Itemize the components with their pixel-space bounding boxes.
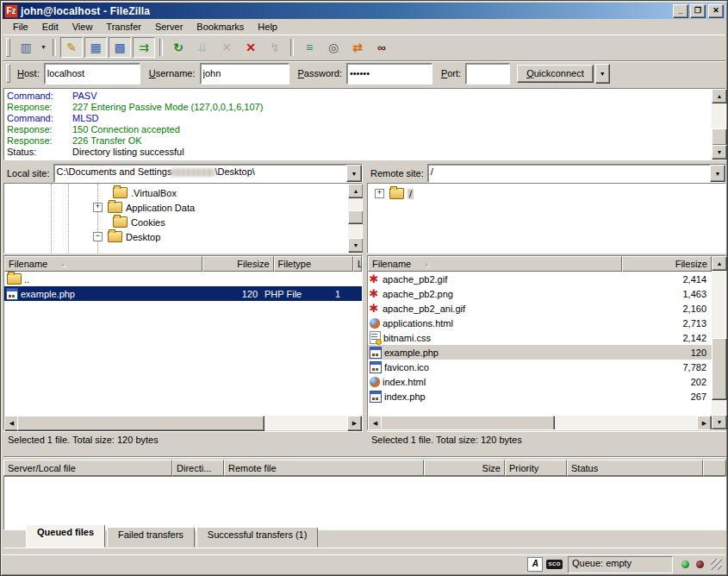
column-header-server-local-file[interactable]: Server/Local file (3, 460, 172, 476)
find-files-button[interactable]: ∞ (370, 37, 393, 58)
column-header-status[interactable]: Status (567, 460, 703, 476)
remote-site-dropdown[interactable]: ▼ (710, 165, 725, 182)
file-row-selected[interactable]: example.php 120 PHP File 1 (4, 286, 362, 301)
disconnect-button[interactable]: ✕ (240, 37, 262, 58)
menu-server[interactable]: Server (148, 20, 190, 34)
title-bar[interactable]: Fz john@localhost - FileZilla _ ❐ ✕ (3, 3, 725, 19)
column-header-filesize[interactable]: Filesize (202, 256, 274, 272)
remote-directory-tree[interactable]: + / (367, 183, 726, 254)
column-header-size[interactable]: Size (424, 460, 505, 476)
file-row[interactable]: applications.html2,713 (368, 316, 712, 330)
collapse-icon[interactable]: − (93, 232, 103, 241)
local-site-combobox[interactable]: C:\Documents and Settings\Desktop\ ▼ (53, 164, 363, 183)
scroll-up-button[interactable]: ▲ (348, 184, 364, 198)
expand-icon[interactable]: + (375, 189, 384, 198)
remote-list-scrollbar[interactable]: ▲ ▼ (712, 256, 725, 429)
tab-successful-transfers[interactable]: Successful transfers (1) (196, 527, 319, 548)
scroll-right-button[interactable]: ▶ (347, 416, 362, 431)
column-header-filetype[interactable]: Filetype (274, 256, 353, 272)
log-scrollbar[interactable]: ▲ ▼ (712, 89, 725, 160)
toggle-queue-button[interactable]: ⇉ (133, 37, 155, 58)
maximize-button[interactable]: ❐ (690, 4, 706, 18)
scroll-thumb[interactable] (17, 416, 264, 431)
password-input[interactable] (346, 63, 432, 85)
file-row[interactable]: index.php267 (368, 389, 712, 404)
process-queue-button[interactable]: ⇊ (191, 37, 214, 58)
message-log[interactable]: Command:PASV Response:227 Entering Passi… (3, 88, 726, 160)
scroll-thumb[interactable] (348, 210, 364, 224)
resize-grip[interactable] (711, 559, 722, 570)
tab-failed-transfers[interactable]: Failed transfers (107, 527, 195, 548)
tab-queued-files[interactable]: Queued files (26, 524, 105, 548)
local-site-dropdown[interactable]: ▼ (346, 165, 362, 182)
cancel-button[interactable]: ✕ (215, 37, 238, 58)
quickconnect-grip[interactable] (6, 64, 10, 83)
toggle-local-tree-button[interactable]: ▦ (84, 37, 107, 58)
refresh-button[interactable]: ↻ (167, 37, 190, 58)
toolbar-grip[interactable] (6, 38, 10, 57)
local-directory-tree[interactable]: .VirtualBox + Application Data Cookies −… (3, 183, 363, 254)
file-row[interactable]: ✱apache_pb2.gif2,414 (368, 272, 712, 286)
column-header-filename[interactable]: Filename▲ (368, 256, 622, 272)
quickconnect-button[interactable]: Quickconnect (517, 65, 594, 83)
remote-site-combobox[interactable]: / ▼ (427, 164, 726, 183)
directory-comparison-button[interactable]: ◎ (322, 37, 345, 58)
column-header-direction[interactable]: Directi... (172, 460, 224, 476)
menu-bookmarks[interactable]: Bookmarks (190, 20, 251, 34)
tree-item-root[interactable]: + / (375, 186, 414, 201)
menu-edit[interactable]: Edit (35, 20, 65, 34)
menu-help[interactable]: Help (251, 20, 284, 34)
scroll-down-button[interactable]: ▼ (712, 415, 727, 429)
site-manager-button[interactable]: ▥ (15, 37, 37, 58)
filename-cell: apache_pb2_ani.gif (383, 304, 629, 314)
tree-item-cookies[interactable]: Cookies (108, 215, 165, 229)
username-input[interactable] (200, 63, 289, 85)
close-button[interactable]: ✕ (708, 4, 724, 18)
quickconnect-dropdown[interactable]: ▼ (595, 64, 610, 84)
file-row[interactable]: index.html202 (368, 374, 712, 389)
indicator-badge-icon[interactable]: SCO (546, 560, 563, 569)
local-file-list[interactable]: Filename▲ Filesize Filetype L .. example… (3, 255, 363, 430)
scroll-right-button[interactable]: ▶ (697, 416, 712, 429)
scroll-down-button[interactable]: ▼ (712, 145, 727, 160)
queue-body[interactable] (3, 476, 726, 530)
column-header-last-modified[interactable]: L (353, 256, 362, 272)
menu-view[interactable]: View (65, 20, 100, 34)
scroll-up-button[interactable]: ▲ (712, 256, 727, 271)
local-list-hscrollbar[interactable]: ◀ ▶ (4, 416, 362, 429)
expand-icon[interactable]: + (93, 203, 103, 212)
scroll-thumb[interactable] (712, 128, 727, 146)
transfer-type-icon[interactable]: A (527, 557, 543, 572)
menu-file[interactable]: File (6, 20, 35, 34)
file-row[interactable]: ✱apache_pb2.png1,463 (368, 286, 712, 301)
toggle-message-log-button[interactable]: ✎ (60, 37, 83, 58)
tree-item-application-data[interactable]: + Application Data (93, 200, 195, 215)
scroll-down-button[interactable]: ▼ (348, 238, 364, 253)
tree-item-virtualbox[interactable]: .VirtualBox (108, 185, 177, 200)
file-row[interactable]: bitnami.css2,142 (368, 330, 712, 345)
toggle-remote-tree-button[interactable]: ▩ (109, 37, 131, 58)
scroll-thumb[interactable] (381, 416, 555, 429)
column-header-remote-file[interactable]: Remote file (224, 460, 424, 476)
site-manager-dropdown[interactable]: ▼ (38, 38, 49, 57)
local-tree-scrollbar[interactable]: ▲ ▼ (348, 184, 362, 253)
parent-directory-row[interactable]: .. (4, 272, 362, 286)
reconnect-button[interactable]: ↯ (264, 37, 286, 58)
column-header-priority[interactable]: Priority (505, 460, 567, 476)
scroll-thumb[interactable] (712, 338, 727, 400)
remote-file-list[interactable]: Filename▲ Filesize ✱apache_pb2.gif2,414 … (367, 255, 726, 430)
tree-item-desktop[interactable]: − Desktop (93, 229, 160, 244)
scroll-up-button[interactable]: ▲ (712, 89, 727, 103)
column-header-filename[interactable]: Filename▲ (4, 256, 202, 272)
filter-button[interactable]: ≡ (298, 37, 320, 58)
file-row[interactable]: favicon.ico7,782 (368, 360, 712, 374)
minimize-button[interactable]: _ (673, 4, 688, 18)
file-row[interactable]: ✱apache_pb2_ani.gif2,160 (368, 301, 712, 316)
synchronized-browsing-button[interactable]: ⇄ (346, 37, 369, 58)
host-input[interactable] (44, 63, 140, 85)
menu-transfer[interactable]: Transfer (99, 20, 148, 34)
file-row-selected[interactable]: example.php120 (368, 345, 712, 360)
column-header-filesize[interactable]: Filesize (622, 256, 712, 272)
port-input[interactable] (465, 63, 510, 85)
remote-list-hscrollbar[interactable]: ◀ ▶ (368, 416, 712, 429)
